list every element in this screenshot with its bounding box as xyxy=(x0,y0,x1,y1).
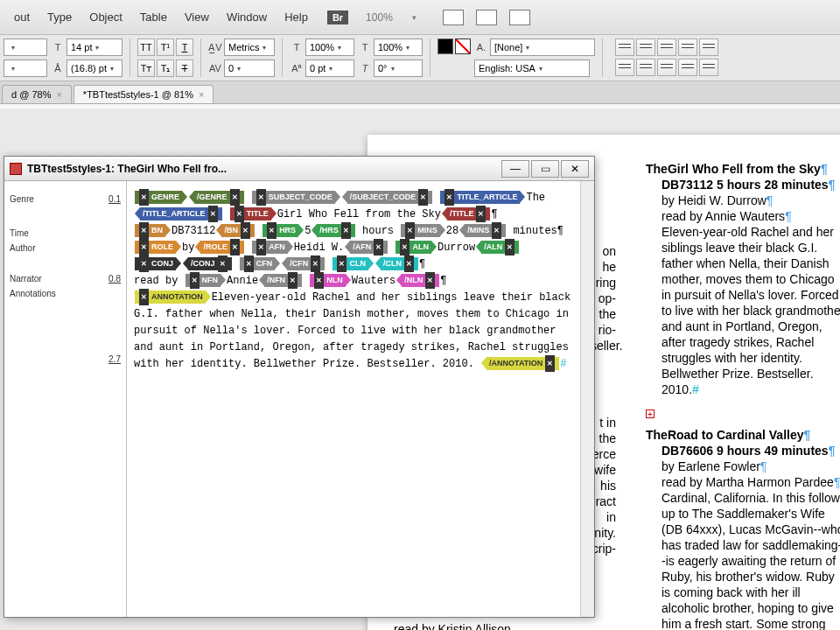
tag-hrs-close[interactable]: /HRS✕ xyxy=(317,224,355,237)
overset-text-icon[interactable]: + xyxy=(646,410,654,418)
close-icon[interactable]: × xyxy=(56,89,61,100)
document-tab-0[interactable]: d @ 78%× xyxy=(2,85,72,103)
control-bar: T14 pt Å(16.8) pt TT T¹ T Tᴛ T₁ T A̲VMet… xyxy=(0,35,840,81)
tag-titlearticle-close[interactable]: /TITLE_ARTICLE✕ xyxy=(140,207,222,220)
tag-subject-open[interactable]: ✕SUBJECT_CODE xyxy=(252,191,335,204)
tag-genre-close[interactable]: /GENRE✕ xyxy=(194,191,244,204)
tag-afn-open[interactable]: ✕AFN xyxy=(252,241,288,254)
menu-table[interactable]: Table xyxy=(131,5,176,29)
style-label: Narrator xyxy=(10,274,42,284)
depth-label: 2.7 xyxy=(108,354,121,364)
view-mode-3-icon[interactable] xyxy=(509,10,530,25)
tag-conj-close[interactable]: /CONJ✕ xyxy=(188,257,232,270)
tag-role-close[interactable]: /ROLE✕ xyxy=(200,241,244,254)
smallcaps-button[interactable]: Tᴛ xyxy=(137,60,155,77)
tag-mins-close[interactable]: /MINS✕ xyxy=(465,224,506,237)
text-column-2: TheGirl Who Fell from the Sky¶ DB73112 5… xyxy=(646,161,840,630)
style-label: Author xyxy=(10,243,35,253)
text-content: The xyxy=(526,192,545,204)
tag-genre-open[interactable]: ✕GENRE xyxy=(135,191,182,204)
style-label: Annotations xyxy=(10,289,56,298)
strike-button[interactable]: T xyxy=(176,60,193,77)
tag-cfn-open[interactable]: ✕CFN xyxy=(240,257,276,270)
stroke-swatch[interactable] xyxy=(455,38,471,54)
underline-button[interactable]: T xyxy=(176,38,193,56)
tag-aln-open[interactable]: ✕ALN xyxy=(396,241,431,254)
tag-cfn-close[interactable]: /CFN✕ xyxy=(287,257,325,270)
baseline-combo[interactable]: 0 pt xyxy=(305,60,354,77)
maximize-button[interactable]: ▭ xyxy=(531,160,559,178)
tag-titlearticle-open[interactable]: ✕TITLE_ARTICLE xyxy=(440,191,520,204)
charstyle-combo[interactable]: [None] xyxy=(490,38,595,56)
tag-nln-open[interactable]: ✕NLN xyxy=(310,274,346,287)
menu-bar: out Type Object Table View Window Help B… xyxy=(0,0,840,35)
tag-role-open[interactable]: ✕ROLE xyxy=(135,241,176,254)
tag-hrs-open[interactable]: ✕HRS xyxy=(262,224,298,237)
workspace: onhepringop-n therio-stseller. t in theP… xyxy=(0,108,840,630)
tag-aln-close[interactable]: /ALN✕ xyxy=(481,241,519,254)
subscript-button[interactable]: T₁ xyxy=(157,60,174,77)
text-content: Annie xyxy=(227,275,258,287)
menu-view[interactable]: View xyxy=(176,5,218,29)
scrollbar[interactable] xyxy=(580,181,594,617)
tag-nfn-close[interactable]: /NFN✕ xyxy=(264,274,302,287)
tag-bn-close[interactable]: /BN✕ xyxy=(221,224,255,237)
align-right-button[interactable] xyxy=(657,38,676,56)
story-editor-titlebar[interactable]: TBTtest5styles-1: TheGirl Who Fell fro..… xyxy=(4,157,594,181)
tag-mins-open[interactable]: ✕MINS xyxy=(401,224,440,237)
align-opt3-button[interactable] xyxy=(699,59,718,76)
font-style-combo[interactable] xyxy=(4,60,47,77)
tag-title-close[interactable]: /TITLE✕ xyxy=(447,207,491,220)
bridge-icon[interactable]: Br xyxy=(327,10,348,24)
kerning-combo[interactable]: Metrics xyxy=(224,38,275,56)
tag-nln-close[interactable]: /NLN✕ xyxy=(402,274,439,287)
menu-object[interactable]: Object xyxy=(80,5,131,29)
align-opt2-button[interactable] xyxy=(678,59,697,76)
entry-db: DB76606 9 hours 49 minutes xyxy=(662,444,829,458)
skew-combo[interactable]: 0° xyxy=(374,60,423,77)
menu-window[interactable]: Window xyxy=(218,5,276,29)
tracking-combo[interactable]: 0 xyxy=(224,60,275,77)
tag-subject-close[interactable]: /SUBJECT_CODE✕ xyxy=(347,191,433,204)
align-away-spine-button[interactable] xyxy=(636,59,655,76)
vscale-combo[interactable]: 100% xyxy=(305,38,354,56)
fill-swatch[interactable] xyxy=(438,38,453,54)
menu-help[interactable]: Help xyxy=(276,5,317,29)
entry-db: DB73112 5 hours 28 minutes xyxy=(662,178,829,192)
align-justify-button[interactable] xyxy=(678,38,697,56)
view-mode-1-icon[interactable] xyxy=(443,10,464,25)
view-mode-2-icon[interactable] xyxy=(476,10,497,25)
tag-annotation-open[interactable]: ✕ANNOTATION xyxy=(135,290,206,304)
tag-conj-open[interactable]: ✕CONJ xyxy=(135,257,176,270)
align-left-button[interactable] xyxy=(615,38,634,56)
zoom-display[interactable]: 100% xyxy=(357,6,402,29)
tag-cln-open[interactable]: ✕CLN xyxy=(332,257,368,270)
align-center-button[interactable] xyxy=(636,38,655,56)
align-justify-all-button[interactable] xyxy=(699,38,718,56)
tag-afn-close[interactable]: /AFN✕ xyxy=(350,241,388,254)
leading-combo[interactable]: (16.8) pt xyxy=(66,60,122,77)
close-icon[interactable]: × xyxy=(199,89,204,100)
document-tab-1[interactable]: *TBTtest5styles-1 @ 81%× xyxy=(74,85,214,103)
font-size-icon: T xyxy=(51,40,65,54)
tag-title-open[interactable]: ✕TITLE xyxy=(230,207,271,220)
font-size-combo[interactable]: 14 pt xyxy=(66,38,122,56)
language-combo[interactable]: English: USA xyxy=(474,60,590,77)
hscale-combo[interactable]: 100% xyxy=(374,38,423,56)
menu-type[interactable]: Type xyxy=(38,5,80,29)
tag-nfn-open[interactable]: ✕NFN xyxy=(186,274,221,287)
superscript-button[interactable]: T¹ xyxy=(157,38,174,56)
tag-cln-close[interactable]: /CLN✕ xyxy=(381,257,418,270)
tag-bn-open[interactable]: ✕BN xyxy=(135,224,165,237)
text-content: Wauters xyxy=(352,275,396,287)
tab-label: d @ 78% xyxy=(11,89,51,100)
tag-annotation-close[interactable]: /ANNOTATION✕ xyxy=(486,357,559,370)
align-opt1-button[interactable] xyxy=(657,59,676,76)
minimize-button[interactable]: — xyxy=(501,160,529,178)
close-button[interactable]: ✕ xyxy=(561,160,589,178)
menu-layout[interactable]: out xyxy=(5,5,38,29)
story-editor-content[interactable]: ✕GENRE/GENRE✕ ✕SUBJECT_CODE/SUBJECT_CODE… xyxy=(127,181,580,617)
allcaps-button[interactable]: TT xyxy=(137,38,155,56)
align-towards-spine-button[interactable] xyxy=(615,59,634,76)
font-family-combo[interactable] xyxy=(4,38,47,56)
